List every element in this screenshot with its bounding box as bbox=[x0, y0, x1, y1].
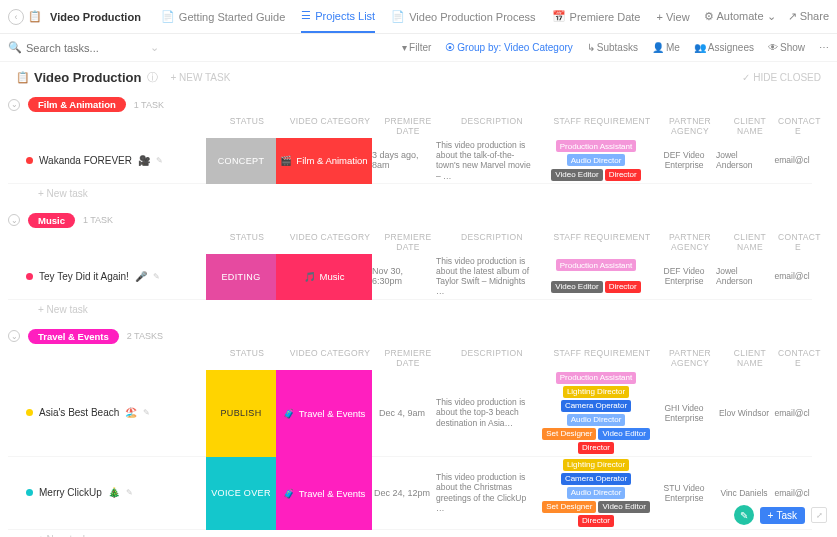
premiere-date-cell[interactable]: Dec 24, 12pm bbox=[372, 457, 432, 530]
record-button[interactable]: ✎ bbox=[734, 505, 754, 525]
automate-button[interactable]: ⚙ Automate ⌄ bbox=[704, 10, 776, 23]
contact-cell: email@cl bbox=[772, 254, 812, 300]
chevron-down-icon[interactable]: ⌄ bbox=[150, 41, 159, 54]
tab-premiere-date[interactable]: 📅Premiere Date bbox=[552, 10, 641, 23]
staff-badge: Director bbox=[578, 515, 614, 527]
task-name-cell[interactable]: Asia's Best Beach 🏖️ ✎ bbox=[8, 370, 206, 457]
filter-button[interactable]: ▾ Filter bbox=[402, 42, 431, 53]
show-button[interactable]: 👁 Show bbox=[768, 42, 805, 53]
task-count: 1 TASK bbox=[83, 215, 113, 225]
staff-cell[interactable]: Lighting DirectorCamera OperatorAudio Di… bbox=[540, 457, 652, 530]
premiere-date-cell[interactable]: Dec 4, 9am bbox=[372, 370, 432, 457]
table-row[interactable]: Wakanda FOREVER 🎥 ✎ CONCEPT 🎬Film & Anim… bbox=[8, 138, 837, 184]
category-icon: 🎬 bbox=[280, 155, 292, 166]
task-name: Merry ClickUp bbox=[39, 487, 102, 498]
description-cell: This video production is about the top-3… bbox=[432, 370, 540, 457]
description-cell: This video production is about the lates… bbox=[432, 254, 540, 300]
task-emoji-icon: 🎤 bbox=[135, 271, 147, 282]
premiere-date-cell[interactable]: 3 days ago, 8am bbox=[372, 138, 432, 184]
category-cell[interactable]: 🧳Travel & Events bbox=[276, 370, 372, 457]
tab-production-process[interactable]: 📄Video Production Process bbox=[391, 10, 535, 23]
column-headers: STATUSVIDEO CATEGORYPREMIERE DATEDESCRIP… bbox=[8, 114, 837, 138]
group-name-badge[interactable]: Travel & Events bbox=[28, 329, 119, 344]
table-row[interactable]: Asia's Best Beach 🏖️ ✎ PUBLISH 🧳Travel &… bbox=[8, 370, 837, 457]
subtasks-button[interactable]: ↳ Subtasks bbox=[587, 42, 638, 53]
tab-projects-list[interactable]: ☰Projects List bbox=[301, 0, 375, 33]
top-nav: ‹ 📋 Video Production 📄Getting Started Gu… bbox=[0, 0, 837, 34]
staff-badge: Director bbox=[605, 281, 641, 293]
floating-actions: ✎ + Task ⤢ bbox=[734, 505, 827, 525]
add-view[interactable]: + View bbox=[656, 11, 689, 23]
group-name-badge[interactable]: Film & Animation bbox=[28, 97, 126, 112]
new-task-line[interactable]: + New task bbox=[8, 184, 837, 203]
staff-cell[interactable]: Production AssistantLighting DirectorCam… bbox=[540, 370, 652, 457]
search-row: 🔍 ⌄ ▾ Filter ⦿ Group by: Video Category … bbox=[0, 34, 837, 62]
info-icon[interactable]: ⓘ bbox=[147, 70, 158, 85]
status-dot bbox=[26, 409, 33, 416]
group-music: ⌄ Music 1 TASK STATUSVIDEO CATEGORYPREMI… bbox=[0, 209, 837, 325]
expand-group[interactable]: ⌄ bbox=[8, 214, 20, 226]
assignees-button[interactable]: 👥 Assignees bbox=[694, 42, 754, 53]
staff-badge: Production Assistant bbox=[556, 140, 636, 152]
task-name-cell[interactable]: Tey Tey Did it Again! 🎤 ✎ bbox=[8, 254, 206, 300]
staff-badge: Director bbox=[605, 169, 641, 181]
status-cell[interactable]: VOICE OVER bbox=[206, 457, 276, 530]
task-emoji-icon: 🏖️ bbox=[125, 407, 137, 418]
task-count: 2 TASKS bbox=[127, 331, 163, 341]
more-icon[interactable]: ⋯ bbox=[819, 42, 829, 53]
category-icon: 🧳 bbox=[283, 408, 295, 419]
premiere-date-cell[interactable]: Nov 30, 6:30pm bbox=[372, 254, 432, 300]
client-cell: Jowel Anderson bbox=[716, 138, 772, 184]
category-cell[interactable]: 🎵Music bbox=[276, 254, 372, 300]
folder-icon: 📋 bbox=[16, 71, 30, 84]
status-dot bbox=[26, 157, 33, 164]
category-cell[interactable]: 🧳Travel & Events bbox=[276, 457, 372, 530]
description-cell: This video production is about the Chris… bbox=[432, 457, 540, 530]
edit-icon[interactable]: ✎ bbox=[143, 408, 150, 417]
agency-cell: GHI Video Enterprise bbox=[652, 370, 716, 457]
staff-cell[interactable]: Production AssistantAudio DirectorVideo … bbox=[540, 138, 652, 184]
table-row[interactable]: Tey Tey Did it Again! 🎤 ✎ EDITING 🎵Music… bbox=[8, 254, 837, 300]
group-film-animation: ⌄ Film & Animation 1 TASK STATUSVIDEO CA… bbox=[0, 93, 837, 209]
hide-closed[interactable]: ✓ HIDE CLOSED bbox=[742, 72, 821, 83]
new-task-line[interactable]: + New task bbox=[8, 530, 837, 538]
new-task-line[interactable]: + New task bbox=[8, 300, 837, 319]
column-headers: STATUSVIDEO CATEGORYPREMIERE DATEDESCRIP… bbox=[8, 230, 837, 254]
expand-group[interactable]: ⌄ bbox=[8, 330, 20, 342]
status-cell[interactable]: EDITING bbox=[206, 254, 276, 300]
task-name-cell[interactable]: Merry ClickUp 🎄 ✎ bbox=[8, 457, 206, 530]
share-button[interactable]: ↗ Share bbox=[788, 10, 829, 23]
view-tabs: 📄Getting Started Guide ☰Projects List 📄V… bbox=[161, 0, 690, 33]
status-cell[interactable]: PUBLISH bbox=[206, 370, 276, 457]
staff-cell[interactable]: Production AssistantVideo EditorDirector bbox=[540, 254, 652, 300]
contact-cell: email@cl bbox=[772, 138, 812, 184]
tab-getting-started[interactable]: 📄Getting Started Guide bbox=[161, 10, 285, 23]
group-travel-events: ⌄ Travel & Events 2 TASKS STATUSVIDEO CA… bbox=[0, 325, 837, 538]
status-cell[interactable]: CONCEPT bbox=[206, 138, 276, 184]
me-button[interactable]: 👤 Me bbox=[652, 42, 680, 53]
expand-icon[interactable]: ⤢ bbox=[811, 507, 827, 523]
task-emoji-icon: 🎄 bbox=[108, 487, 120, 498]
table-row[interactable]: Merry ClickUp 🎄 ✎ VOICE OVER 🧳Travel & E… bbox=[8, 457, 837, 530]
back-icon[interactable]: ‹ bbox=[8, 9, 24, 25]
search-input[interactable] bbox=[26, 42, 146, 54]
list-title: Video Production bbox=[34, 70, 141, 85]
search-icon: 🔍 bbox=[8, 41, 22, 54]
list-title-row: 📋 Video Production ⓘ + NEW TASK ✓ HIDE C… bbox=[0, 62, 837, 93]
edit-icon[interactable]: ✎ bbox=[126, 488, 133, 497]
edit-icon[interactable]: ✎ bbox=[156, 156, 163, 165]
client-cell: Elov Windsor bbox=[716, 370, 772, 457]
task-name-cell[interactable]: Wakanda FOREVER 🎥 ✎ bbox=[8, 138, 206, 184]
new-task-top[interactable]: + NEW TASK bbox=[170, 72, 230, 83]
staff-badge: Camera Operator bbox=[561, 400, 631, 412]
task-name: Asia's Best Beach bbox=[39, 407, 119, 418]
group-by-button[interactable]: ⦿ Group by: Video Category bbox=[445, 42, 572, 53]
new-task-fab[interactable]: + Task bbox=[760, 507, 805, 524]
status-dot bbox=[26, 489, 33, 496]
category-cell[interactable]: 🎬Film & Animation bbox=[276, 138, 372, 184]
task-name: Tey Tey Did it Again! bbox=[39, 271, 129, 282]
expand-group[interactable]: ⌄ bbox=[8, 99, 20, 111]
agency-cell: STU Video Enterprise bbox=[652, 457, 716, 530]
group-name-badge[interactable]: Music bbox=[28, 213, 75, 228]
edit-icon[interactable]: ✎ bbox=[153, 272, 160, 281]
